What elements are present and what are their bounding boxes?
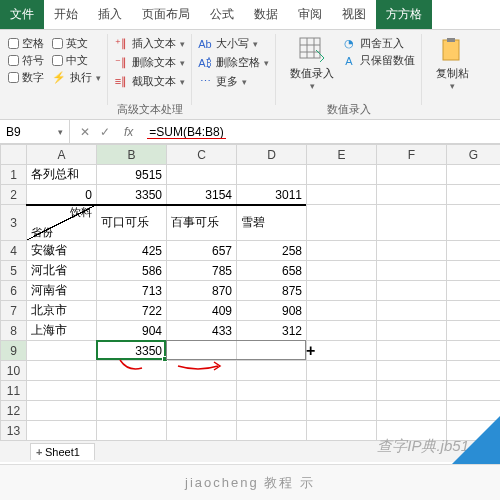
annotation-arrow-icon	[118, 358, 238, 378]
formula-input[interactable]: =SUM(B4:B8)	[147, 125, 225, 139]
btn-execute[interactable]: ⚡执行▾	[52, 70, 101, 85]
row-4[interactable]: 4安徽省425657258	[1, 241, 501, 261]
trim-icon: A₿	[198, 56, 212, 70]
row-8[interactable]: 8上海市904433312	[1, 321, 501, 341]
row-12[interactable]: 12	[1, 401, 501, 421]
fill-cursor-icon: +	[306, 342, 315, 360]
tab-formula[interactable]: 公式	[200, 0, 244, 29]
chk-number[interactable]: 数字	[8, 70, 44, 85]
tab-home[interactable]: 开始	[44, 0, 88, 29]
clipboard-icon	[439, 36, 467, 64]
col-B[interactable]: B	[97, 145, 167, 165]
row-2[interactable]: 20335031543011	[1, 185, 501, 205]
btn-trim[interactable]: A₿删除空格▾	[198, 55, 269, 70]
chevron-down-icon: ▾	[96, 73, 101, 83]
diagonal-header: 饮料省份	[27, 205, 97, 241]
row-9[interactable]: 93350	[1, 341, 501, 361]
fx-icon[interactable]: fx	[124, 125, 133, 139]
svg-rect-1	[443, 40, 459, 60]
ribbon-group-view: 空格 符号 数字 英文 中文 ⚡执行▾	[2, 34, 108, 105]
btn-keep-num[interactable]: A只保留数值	[342, 53, 415, 68]
col-D[interactable]: D	[237, 145, 307, 165]
col-E[interactable]: E	[307, 145, 377, 165]
tab-file[interactable]: 文件	[0, 0, 44, 29]
tab-review[interactable]: 审阅	[288, 0, 332, 29]
name-box[interactable]: B9▾	[0, 120, 70, 143]
ribbon-group-text: ⁺∥插入文本▾ ⁻∥删除文本▾ ≡∥截取文本▾ 高级文本处理	[108, 34, 192, 105]
delete-text-icon: ⁻∥	[114, 56, 128, 70]
col-A[interactable]: A	[27, 145, 97, 165]
col-G[interactable]: G	[447, 145, 501, 165]
round-icon: ◔	[342, 37, 356, 51]
insert-text-icon: ⁺∥	[114, 37, 128, 51]
table-entry-icon	[298, 36, 326, 64]
btn-more[interactable]: ⋯更多▾	[198, 74, 269, 89]
row-1[interactable]: 1各列总和9515	[1, 165, 501, 185]
formula-bar: B9▾ ✕ ✓ fx =SUM(B4:B8)	[0, 120, 500, 144]
chk-english[interactable]: 英文	[52, 36, 101, 51]
col-C[interactable]: C	[167, 145, 237, 165]
col-headers: A B C D E F G	[1, 145, 501, 165]
sheet-grid[interactable]: A B C D E F G 1各列总和9515 20335031543011 3…	[0, 144, 500, 441]
btn-delete-text[interactable]: ⁻∥删除文本▾	[114, 55, 185, 70]
col-F[interactable]: F	[377, 145, 447, 165]
svg-rect-0	[300, 38, 320, 58]
row-5[interactable]: 5河北省586785658	[1, 261, 501, 281]
ribbon: 空格 符号 数字 英文 中文 ⚡执行▾ ⁺∥插入文本▾ ⁻∥删除文本▾ ≡∥截取…	[0, 30, 500, 120]
confirm-icon[interactable]: ✓	[100, 125, 110, 139]
row-7[interactable]: 7北京市722409908	[1, 301, 501, 321]
footer-text: jiaocheng 教程 示	[0, 464, 500, 500]
btn-insert-text[interactable]: ⁺∥插入文本▾	[114, 36, 185, 51]
chevron-down-icon: ▾	[58, 127, 63, 137]
row-3[interactable]: 3饮料省份可口可乐百事可乐雪碧	[1, 205, 501, 241]
corner-fold-icon	[452, 416, 500, 464]
ribbon-group-copy: 复制粘▾	[422, 34, 483, 105]
row-10[interactable]: 10	[1, 361, 501, 381]
ribbon-group-case: Ab大小写▾ A₿删除空格▾ ⋯更多▾	[192, 34, 276, 105]
chk-space[interactable]: 空格	[8, 36, 44, 51]
tab-insert[interactable]: 插入	[88, 0, 132, 29]
btn-round[interactable]: ◔四舍五入	[342, 36, 415, 51]
row-11[interactable]: 11	[1, 381, 501, 401]
more-icon: ⋯	[198, 75, 212, 89]
add-sheet-button[interactable]: +	[30, 444, 48, 460]
lightning-icon: ⚡	[52, 71, 66, 85]
btn-extract-text[interactable]: ≡∥截取文本▾	[114, 74, 185, 89]
svg-rect-2	[447, 38, 455, 42]
group-label-entry: 数值录入	[276, 102, 421, 117]
tab-strip: 文件 开始 插入 页面布局 公式 数据 审阅 视图 方方格	[0, 0, 500, 30]
btn-case[interactable]: Ab大小写▾	[198, 36, 269, 51]
tab-view[interactable]: 视图	[332, 0, 376, 29]
tab-addin[interactable]: 方方格	[376, 0, 432, 29]
tab-layout[interactable]: 页面布局	[132, 0, 200, 29]
cancel-icon[interactable]: ✕	[80, 125, 90, 139]
chk-chinese[interactable]: 中文	[52, 53, 101, 68]
chk-symbol[interactable]: 符号	[8, 53, 44, 68]
row-6[interactable]: 6河南省713870875	[1, 281, 501, 301]
select-all[interactable]	[1, 145, 27, 165]
group-label-text: 高级文本处理	[108, 102, 191, 117]
keep-num-icon: A	[342, 54, 356, 68]
tab-data[interactable]: 数据	[244, 0, 288, 29]
btn-num-entry[interactable]: 数值录入▾	[282, 34, 342, 93]
case-icon: Ab	[198, 37, 212, 51]
extract-text-icon: ≡∥	[114, 75, 128, 89]
ribbon-group-entry: 数值录入▾ ◔四舍五入 A只保留数值 数值录入	[276, 34, 422, 105]
border-line	[26, 204, 306, 206]
btn-copy-paste[interactable]: 复制粘▾	[428, 34, 477, 93]
